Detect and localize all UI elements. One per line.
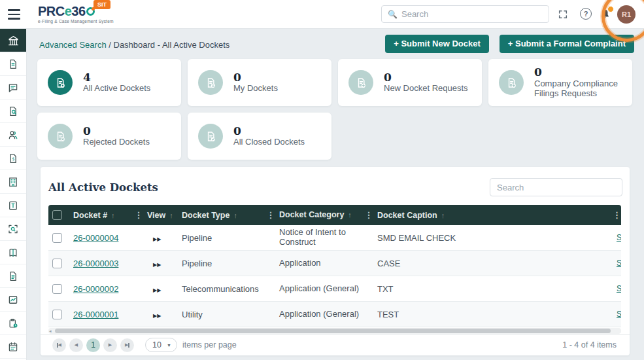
stat-card-new-docket-requests[interactable]: 0 New Docket Requests bbox=[338, 59, 482, 106]
top-header: PRCe36 e-Filing & Case Management System… bbox=[0, 0, 644, 29]
ledger-book-icon bbox=[7, 247, 19, 259]
user-avatar[interactable]: R1 bbox=[617, 5, 636, 24]
chevron-down-icon: ▼ bbox=[167, 343, 171, 348]
horizontal-scrollbar[interactable]: ◂ bbox=[48, 328, 621, 334]
row-overflow-link[interactable]: S bbox=[617, 284, 621, 293]
environment-badge: SIT bbox=[93, 0, 110, 9]
sidebar-item-scan-search[interactable] bbox=[0, 217, 26, 241]
row-checkbox[interactable] bbox=[52, 259, 62, 268]
stat-card-rejected-dockets[interactable]: 0 Rejected Dockets bbox=[37, 113, 181, 160]
column-menu-icon[interactable]: ⋮ bbox=[262, 210, 279, 220]
stat-count: 0 bbox=[233, 71, 278, 84]
stat-cards-row-2: 0 Rejected Dockets 0 All Closed Dockets bbox=[37, 113, 331, 160]
stat-card-company-compliance[interactable]: 0 Company Compliance Filings Requests bbox=[488, 59, 632, 106]
notification-badge bbox=[607, 6, 614, 12]
template-document-icon bbox=[7, 200, 19, 211]
column-header-docket[interactable]: Docket #↑ bbox=[73, 211, 130, 220]
global-search[interactable]: 🔍 bbox=[381, 5, 549, 23]
scroll-left-arrow-icon[interactable]: ◂ bbox=[49, 328, 52, 334]
stat-label: Company Compliance Filings Requests bbox=[534, 79, 632, 99]
help-icon[interactable]: ? bbox=[580, 8, 592, 20]
docket-caption-cell: TXT bbox=[377, 284, 605, 294]
docket-number-link[interactable]: 26-0000004 bbox=[73, 233, 118, 243]
stat-count: 0 bbox=[384, 71, 468, 84]
table-search-input[interactable] bbox=[490, 179, 622, 196]
row-overflow-link[interactable]: S bbox=[617, 310, 621, 319]
table-row: 26-0000002 ▶▶ Telecommunications Applica… bbox=[48, 276, 621, 302]
column-menu-icon[interactable]: ⋮ bbox=[360, 210, 377, 220]
svg-text:$: $ bbox=[12, 156, 14, 162]
breadcrumb-current: Dashboard - All Active Dockets bbox=[114, 40, 230, 50]
logo-text-e: e bbox=[65, 4, 72, 18]
row-overflow-link[interactable]: S bbox=[617, 233, 621, 242]
view-docket-icon[interactable]: ▶▶ bbox=[147, 287, 161, 293]
submit-new-docket-button[interactable]: + Submit New Docket bbox=[385, 35, 489, 53]
docket-caption-cell: TEST bbox=[377, 310, 605, 319]
sidebar-item-file-search[interactable] bbox=[0, 99, 26, 123]
file-search-icon bbox=[7, 105, 19, 117]
breadcrumb-link-advanced-search[interactable]: Advanced Search bbox=[39, 40, 107, 50]
docket-number-link[interactable]: 26-0000003 bbox=[73, 259, 118, 268]
docket-number-link[interactable]: 26-0000001 bbox=[73, 310, 118, 319]
docket-number-link[interactable]: 26-0000002 bbox=[73, 284, 118, 294]
table-search[interactable] bbox=[490, 178, 622, 196]
global-search-input[interactable] bbox=[401, 9, 549, 19]
table-row: 26-0000001 ▶▶ Utility Application (Gener… bbox=[48, 302, 621, 327]
sort-arrow-icon: ↑ bbox=[233, 211, 237, 219]
column-menu-icon[interactable]: ⋮ bbox=[605, 210, 621, 220]
row-checkbox[interactable] bbox=[52, 284, 62, 294]
fullscreen-icon[interactable] bbox=[558, 9, 568, 20]
first-page-button[interactable]: ◀ bbox=[52, 338, 66, 352]
docket-user-icon bbox=[198, 70, 223, 95]
sidebar-item-calendar[interactable] bbox=[0, 335, 26, 359]
hamburger-menu-icon[interactable] bbox=[8, 9, 20, 20]
sidebar-item-files[interactable] bbox=[0, 264, 26, 288]
previous-page-button[interactable]: ◀ bbox=[69, 338, 83, 352]
column-header-caption[interactable]: Docket Caption↑ bbox=[377, 211, 605, 220]
bank-icon bbox=[7, 34, 20, 46]
table-header-row: Docket #↑ ⋮ View↑ Docket Type↑ ⋮ Docket … bbox=[48, 205, 621, 225]
last-page-button[interactable]: ▶ bbox=[120, 338, 134, 352]
column-header-type[interactable]: Docket Type↑ bbox=[182, 211, 262, 220]
column-menu-icon[interactable]: ⋮ bbox=[130, 210, 147, 220]
row-checkbox[interactable] bbox=[52, 233, 62, 243]
stat-count: 0 bbox=[83, 125, 150, 138]
sidebar-item-pending-tasks[interactable] bbox=[0, 312, 26, 335]
stat-card-all-closed-dockets[interactable]: 0 All Closed Dockets bbox=[188, 113, 331, 160]
stat-card-all-active-dockets[interactable]: 4 All Active Dockets bbox=[37, 59, 181, 106]
view-docket-icon[interactable]: ▶▶ bbox=[147, 236, 161, 242]
page-size-select[interactable]: 10 ▼ bbox=[145, 338, 177, 352]
row-overflow-link[interactable]: S bbox=[617, 259, 621, 268]
stat-label: All Active Dockets bbox=[83, 84, 150, 94]
sidebar-item-ledger[interactable] bbox=[0, 241, 26, 264]
submit-formal-complaint-button[interactable]: + Submit a Formal Complaint bbox=[500, 35, 634, 53]
column-header-view[interactable]: View↑ bbox=[147, 211, 182, 220]
next-page-button[interactable]: ▶ bbox=[103, 338, 117, 352]
items-per-page-label: items per page bbox=[182, 340, 237, 350]
column-header-category[interactable]: Docket Category↑ bbox=[279, 210, 360, 219]
view-docket-icon[interactable]: ▶▶ bbox=[147, 313, 161, 319]
main-content: Advanced Search / Dashboard - All Active… bbox=[27, 29, 644, 360]
sidebar-item-messages[interactable] bbox=[0, 76, 26, 99]
notifications-bell-icon[interactable] bbox=[599, 8, 611, 20]
search-icon: 🔍 bbox=[388, 10, 398, 19]
sidebar-item-documents[interactable] bbox=[0, 52, 26, 76]
sidebar-item-reports[interactable] bbox=[0, 288, 26, 312]
sidebar-item-templates[interactable] bbox=[0, 194, 26, 217]
current-page-button[interactable]: 1 bbox=[86, 338, 100, 352]
docket-category-cell: Notice of Intent to Construct bbox=[279, 228, 360, 247]
select-all-checkbox[interactable] bbox=[52, 210, 62, 220]
file-icon bbox=[7, 270, 19, 282]
sidebar-item-billing[interactable]: $ bbox=[0, 147, 26, 170]
stat-count: 0 bbox=[233, 125, 305, 138]
stat-card-my-dockets[interactable]: 0 My Dockets bbox=[188, 59, 331, 106]
billing-document-icon: $ bbox=[7, 153, 19, 164]
sidebar-item-company[interactable] bbox=[0, 170, 26, 194]
chart-icon bbox=[7, 294, 19, 306]
sidebar-item-dashboard[interactable] bbox=[0, 29, 26, 52]
logo-text-36: 36 bbox=[71, 4, 85, 18]
view-docket-icon[interactable]: ▶▶ bbox=[147, 262, 161, 268]
sidebar-item-users[interactable] bbox=[0, 123, 26, 147]
scrollbar-thumb[interactable] bbox=[55, 329, 611, 333]
row-checkbox[interactable] bbox=[52, 310, 62, 319]
